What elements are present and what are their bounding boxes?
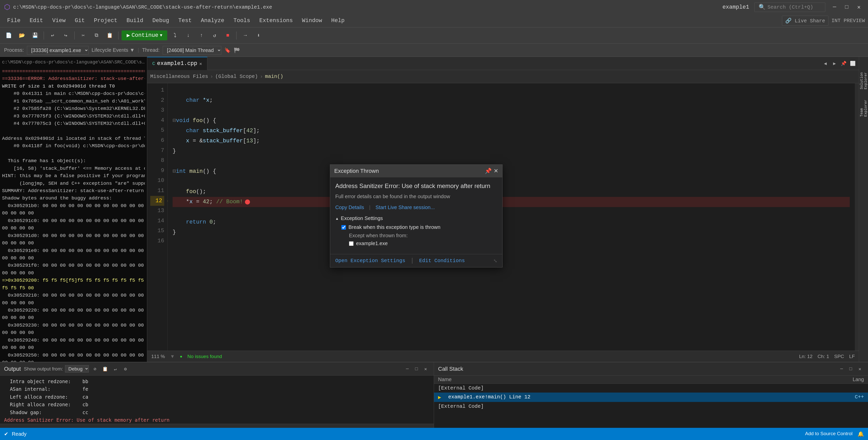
menu-view[interactable]: View (48, 16, 70, 25)
copy-button[interactable]: ⧉ (91, 30, 102, 41)
undo-button[interactable]: ↩ (47, 30, 58, 41)
live-share-button[interactable]: 🔗 Live Share (782, 16, 828, 26)
tab-example1-cpp[interactable]: C example1.cpp ✕ (147, 57, 207, 70)
title-bar: ⬡ c:\MSDN\cpp-docs-pr\docs\c-language\AS… (0, 0, 868, 14)
ready-status: ✔ Ready (4, 431, 26, 437)
current-frame-icon: ▶ (438, 394, 441, 401)
output-clear-button[interactable]: ⊘ (91, 365, 99, 373)
paste-button[interactable]: 📋 (104, 30, 115, 41)
settings-header[interactable]: ▲ Exception Settings (335, 215, 497, 221)
step-over-button[interactable]: ⤵ (169, 30, 181, 41)
zoom-dropdown[interactable]: ▼ (170, 354, 175, 359)
output-close[interactable]: ✕ (422, 365, 430, 373)
menu-git[interactable]: Git (70, 16, 89, 25)
editor-scrollbar[interactable] (855, 83, 859, 351)
step-out-button[interactable]: ↑ (196, 30, 207, 41)
thread-select[interactable]: [24608] Main Thread (163, 46, 221, 55)
step-into-specific[interactable]: ⬇ (253, 30, 264, 41)
tab-expand-button[interactable]: ⬜ (849, 59, 857, 67)
menu-build[interactable]: Build (122, 16, 147, 25)
menu-project[interactable]: Project (90, 16, 121, 25)
team-explorer-icon[interactable]: Team Explorer (860, 91, 868, 117)
save-button[interactable]: 💾 (29, 30, 41, 41)
menu-test[interactable]: Test (174, 16, 196, 25)
menu-tools[interactable]: Tools (229, 16, 254, 25)
show-next-statement[interactable]: → (240, 30, 251, 41)
toolbar-separator-3 (118, 31, 119, 39)
edit-conditions-link[interactable]: Edit Conditions (419, 258, 465, 264)
solution-explorer-icon[interactable]: Solution Explorer (860, 59, 868, 89)
exe-checkbox[interactable] (349, 241, 353, 246)
pin-icon[interactable]: 📌 (485, 168, 492, 174)
redo-button[interactable]: ↪ (60, 30, 71, 41)
output-word-wrap[interactable]: ↵ (111, 365, 119, 373)
open-exception-settings-link[interactable]: Open Exception Settings (335, 258, 405, 264)
call-stack-row-2[interactable]: ▶ example1.exe!main() Line 12 C++ (434, 392, 868, 402)
tab-close-button[interactable]: ✕ (199, 61, 202, 66)
output-toggle-button[interactable]: 📋 (101, 365, 109, 373)
call-stack-minimize[interactable]: ─ (838, 365, 846, 373)
cs-col-lang: Lang (844, 377, 864, 382)
menu-edit[interactable]: Edit (26, 16, 47, 25)
restart-button[interactable]: ↺ (209, 30, 220, 41)
continue-button[interactable]: ▶ Continue ▼ (122, 30, 167, 40)
editor-status-bar: 111 % ▼ ● No issues found Ln: 12 Ch: 1 S… (147, 351, 859, 362)
close-button[interactable]: ✕ (854, 3, 864, 11)
copy-details-link[interactable]: Copy Details (335, 205, 364, 210)
menu-debug[interactable]: Debug (148, 16, 173, 25)
break-checkbox[interactable] (341, 225, 346, 230)
stop-button[interactable]: ■ (222, 30, 233, 41)
output-hscrollbar[interactable] (0, 424, 434, 428)
output-source-select[interactable]: Debug (65, 365, 89, 373)
toolbar: 📄 📂 💾 ↩ ↪ ✂ ⧉ 📋 ▶ Continue ▼ ⤵ ↓ ↑ ↺ ■ →… (0, 27, 868, 44)
exception-error-subtitle: Full error details can be found in the o… (335, 194, 497, 199)
call-stack-row-1[interactable]: [External Code] (434, 384, 868, 392)
top-section: c:\MSDN\cpp-docs-pr\docs\c-language\ASAN… (0, 57, 868, 362)
editor-status: No issues found (187, 354, 222, 359)
live-share-link[interactable]: Start Live Share session... (376, 205, 435, 210)
cut-button[interactable]: ✂ (78, 30, 89, 41)
exception-popup: Exception Thrown 📌 ✕ Address Sanitizer E… (330, 164, 502, 268)
process-select[interactable]: [33336] example1.exe (27, 46, 89, 55)
output-float[interactable]: □ (412, 365, 421, 373)
open-file-button[interactable]: 📂 (16, 30, 27, 41)
search-placeholder: Search (Ctrl+Q) (768, 4, 813, 10)
call-stack-float[interactable]: □ (847, 365, 855, 373)
exe-label: example1.exe (356, 241, 388, 246)
code-line-7: } (173, 146, 850, 156)
code-line-9: ⊟int main() { (173, 166, 850, 177)
exception-close-icon[interactable]: ✕ (494, 168, 498, 174)
breadcrumb-scope[interactable]: (Global Scope) (215, 73, 258, 80)
output-panel-header: Output Show output from: Debug ⊘ 📋 ↵ ⚙ ─… (0, 363, 434, 376)
code-line-12: ⮕ *x = 42; // Boom! (173, 197, 850, 207)
status-bar: ✔ Ready Add to Source Control 🔔 (0, 428, 868, 440)
maximize-button[interactable]: □ (842, 3, 852, 11)
output-content: Intra object redzone: bb ASan internal: … (0, 376, 434, 424)
menu-window[interactable]: Window (298, 16, 326, 25)
menu-extensions[interactable]: Extensions (255, 16, 297, 25)
tab-pin-button[interactable]: 📌 (840, 59, 848, 67)
tab-scroll-right[interactable]: ▶ (831, 59, 839, 67)
status-right: Add to Source Control 🔔 (805, 431, 864, 437)
search-bar[interactable]: 🔍 Search (Ctrl+Q) (754, 3, 825, 12)
menu-analyze[interactable]: Analyze (197, 16, 228, 25)
call-stack-row-3[interactable]: [External Code] (434, 402, 868, 411)
output-settings[interactable]: ⚙ (121, 365, 129, 373)
menu-file[interactable]: File (3, 16, 25, 25)
step-into-button[interactable]: ↓ (183, 30, 194, 41)
call-stack-header: Call Stack ─ □ ✕ (434, 363, 868, 376)
notifications-icon[interactable]: 🔔 (858, 431, 864, 437)
lifecycle-label: Lifecycle Events ▼ (92, 47, 135, 53)
new-file-button[interactable]: 📄 (3, 30, 14, 41)
output-minimize[interactable]: ─ (403, 365, 411, 373)
minimize-button[interactable]: ─ (830, 3, 840, 11)
breadcrumb-left[interactable]: Miscellaneous Files (150, 73, 208, 80)
call-stack-close[interactable]: ✕ (856, 365, 864, 373)
add-source-control[interactable]: Add to Source Control (805, 431, 852, 437)
vs-title: example1 (722, 4, 749, 10)
code-line-4: ⊟void foo() { (173, 116, 850, 126)
breadcrumb-fn[interactable]: main() (265, 73, 283, 80)
menu-help[interactable]: Help (327, 16, 349, 25)
tab-scroll-left[interactable]: ◀ (821, 59, 830, 67)
editor-container: C example1.cpp ✕ ◀ ▶ 📌 ⬜ Miscellaneous F… (147, 57, 859, 362)
